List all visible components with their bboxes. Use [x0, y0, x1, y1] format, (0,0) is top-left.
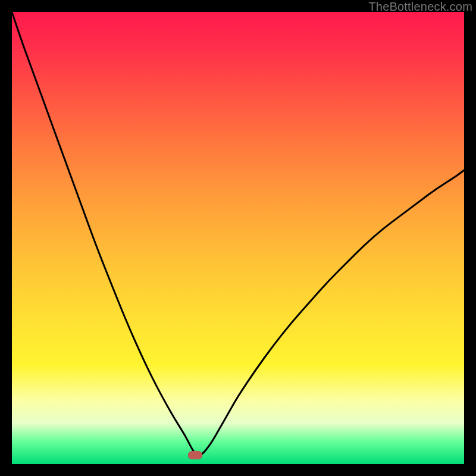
bottleneck-curve: [12, 12, 464, 455]
bottleneck-curve-svg: [12, 12, 464, 464]
plot-area: [12, 12, 464, 464]
minimum-marker: [188, 451, 202, 459]
chart-frame: TheBottleneck.com: [0, 0, 476, 476]
attribution-watermark: TheBottleneck.com: [368, 0, 472, 14]
